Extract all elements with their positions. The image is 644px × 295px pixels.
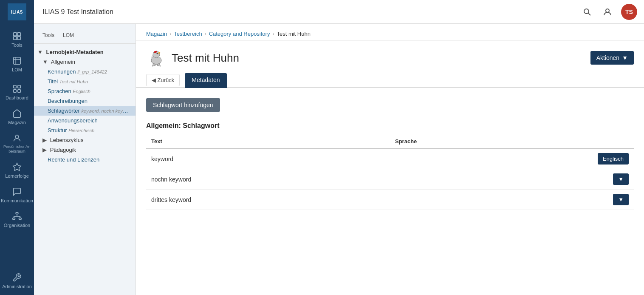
svg-point-2: [584, 9, 589, 14]
sidebar-item-dashboard-label: Dashboard: [6, 95, 28, 100]
content-area: Magazin › Testbereich › Category and Rep…: [136, 24, 644, 295]
tree-item-titel[interactable]: Titel Test mit Huhn: [34, 77, 136, 86]
sidebar-item-administration[interactable]: Administration: [0, 269, 34, 293]
breadcrumb-testbereich[interactable]: Testbereich: [174, 31, 202, 37]
tree-label-rechte: Rechte und Lizenzen: [48, 156, 99, 163]
table-row: keyword Englisch: [146, 148, 634, 169]
content-main: Schlagwort hinzufügen Allgemein: Schlagw…: [136, 88, 644, 220]
tab-metadaten[interactable]: Metadaten: [185, 73, 226, 88]
avatar[interactable]: TS: [621, 4, 637, 20]
sidebar-item-kommunikation[interactable]: Kommunikation: [0, 183, 34, 207]
tree-label-lebenszyklus: Lebenszyklus: [50, 137, 84, 143]
sidebar-item-administration-label: Administration: [2, 284, 32, 289]
sidebar-item-personal-label: Persönlicher Ar-beitsraum: [3, 145, 31, 154]
tree-label-anwendungsbereich: Anwendungsbereich: [48, 117, 98, 124]
add-keyword-button[interactable]: Schlagwort hinzufügen: [146, 98, 220, 112]
keyword-lang-cell-1: Englisch: [390, 148, 634, 169]
back-button[interactable]: ◀ Zurück: [146, 74, 180, 86]
sidebar-item-magazin-label: Magazin: [8, 120, 26, 125]
sidebar-item-lom[interactable]: LOM: [0, 52, 34, 77]
tree-label-titel: Titel: [48, 78, 58, 85]
svg-rect-9: [14, 85, 16, 88]
svg-rect-8: [17, 37, 20, 40]
main-layout: Tools LOM Dashboard Magazin: [0, 24, 644, 295]
breadcrumb-sep-2: ›: [205, 31, 206, 37]
tree-label-sprachen: Sprachen: [48, 88, 71, 94]
chevron-expand-lernobjekt: ▼: [37, 49, 43, 55]
keyword-text-3: drittes keyword: [146, 190, 390, 210]
tree-item-anwendungsbereich[interactable]: Anwendungsbereich: [34, 116, 136, 125]
tree-label-allgemein: Allgemein: [51, 59, 75, 65]
tree-label-kennungen: Kennungen: [48, 68, 76, 75]
tree-meta-kennungen: il_grp_146422: [77, 69, 107, 74]
svg-rect-7: [14, 37, 17, 40]
user-button[interactable]: [601, 5, 614, 19]
keyword-table-body: keyword Englisch nochn keyword ▼ drittes…: [146, 148, 634, 210]
svg-rect-16: [19, 218, 22, 219]
col-header-text: Text: [146, 135, 390, 148]
breadcrumb-current: Test mit Huhn: [277, 31, 310, 37]
sidebar-dark: Tools LOM Dashboard Magazin: [0, 24, 34, 295]
sidebar-item-dashboard[interactable]: Dashboard: [0, 80, 34, 105]
tree-label-struktur: Struktur: [48, 127, 67, 133]
page-icon: [146, 48, 167, 68]
lang-dropdown-3[interactable]: ▼: [613, 194, 629, 205]
table-row: drittes keyword ▼: [146, 190, 634, 210]
aktionen-label: Aktionen: [596, 54, 619, 61]
lang-dropdown-2[interactable]: ▼: [613, 173, 629, 185]
svg-rect-11: [14, 90, 16, 92]
sidebar-item-organisation[interactable]: Organisation: [0, 207, 34, 232]
breadcrumb-sep-3: ›: [272, 31, 274, 37]
tree-meta-schlagwoerter: keyword, nochn keyword, drittes ke...: [82, 108, 136, 114]
tree-item-rechte[interactable]: Rechte und Lizenzen: [34, 155, 136, 165]
lang-dropdown-1[interactable]: Englisch: [598, 153, 629, 165]
app-title: ILIAS 9 Test Installation: [34, 8, 580, 16]
svg-point-4: [606, 9, 609, 12]
breadcrumb-magazin[interactable]: Magazin: [146, 31, 167, 37]
tree-label-lernobjekt: Lernobjekt-Metadaten: [46, 49, 104, 55]
sidebar-light: Tools LOM ▼ Lernobjekt-Metadaten ▼ Allge…: [34, 24, 136, 295]
tree-meta-titel: Test mit Huhn: [59, 79, 88, 84]
topbar-icons: TS: [580, 4, 644, 20]
lom-tab-btn[interactable]: LOM: [59, 31, 77, 40]
page-header-left: Test mit Huhn: [146, 48, 239, 68]
search-button[interactable]: [580, 5, 594, 19]
tree-label-paedagogik: Pädagogik: [50, 147, 76, 153]
tree-item-kennungen[interactable]: Kennungen il_grp_146422: [34, 67, 136, 77]
tree-item-sprachen[interactable]: Sprachen Englisch: [34, 86, 136, 96]
tree-item-beschreibungen[interactable]: Beschreibungen: [34, 96, 136, 106]
tools-tab-btn[interactable]: Tools: [39, 31, 58, 40]
svg-rect-10: [18, 85, 20, 88]
sidebar-item-lom-label: LOM: [12, 67, 22, 72]
sidebar-item-personal[interactable]: Persönlicher Ar-beitsraum: [0, 129, 34, 158]
sidebar-item-tools-label: Tools: [11, 43, 23, 48]
chevron-expand-allgemein: ▼: [42, 59, 48, 65]
sidebar-item-tools[interactable]: Tools: [0, 27, 34, 52]
sidebar-item-lernerfolge-label: Lernerfolge: [5, 173, 29, 179]
tree-item-struktur[interactable]: Struktur Hierarchisch: [34, 125, 136, 135]
tree-item-allgemein[interactable]: ▼ Allgemein: [34, 57, 136, 67]
topbar: ILIAS ILIAS 9 Test Installation TS: [0, 0, 644, 24]
tabs-bar: ◀ Zurück Metadaten: [136, 73, 644, 88]
tree-item-lebenszyklus[interactable]: ▶ Lebenszyklus: [34, 135, 136, 145]
page-header: Test mit Huhn Aktionen ▼: [136, 41, 644, 73]
section-title: Allgemein: Schlagwort: [146, 122, 634, 130]
svg-rect-6: [17, 33, 20, 36]
svg-line-3: [588, 13, 590, 15]
chevron-expand-lebenszyklus: ▶: [42, 137, 47, 143]
svg-rect-14: [16, 212, 18, 214]
tree-item-schlagwoerter[interactable]: Schlagwörter keyword, nochn keyword, dri…: [34, 106, 136, 116]
svg-rect-12: [18, 90, 20, 92]
svg-rect-15: [13, 218, 15, 219]
svg-point-24: [157, 53, 158, 54]
aktionen-button[interactable]: Aktionen ▼: [590, 51, 634, 65]
tree-item-paedagogik[interactable]: ▶ Pädagogik: [34, 145, 136, 155]
col-header-lang: Sprache: [390, 135, 634, 148]
chevron-expand-paedagogik: ▶: [42, 147, 47, 153]
keyword-lang-cell-3: ▼: [390, 190, 634, 210]
breadcrumb-category[interactable]: Category and Repository: [209, 31, 270, 37]
table-row: nochn keyword ▼: [146, 169, 634, 190]
sidebar-item-lernerfolge[interactable]: Lernerfolge: [0, 158, 34, 183]
sidebar-item-magazin[interactable]: Magazin: [0, 105, 34, 129]
tree-item-lernobjekt[interactable]: ▼ Lernobjekt-Metadaten: [34, 47, 136, 57]
